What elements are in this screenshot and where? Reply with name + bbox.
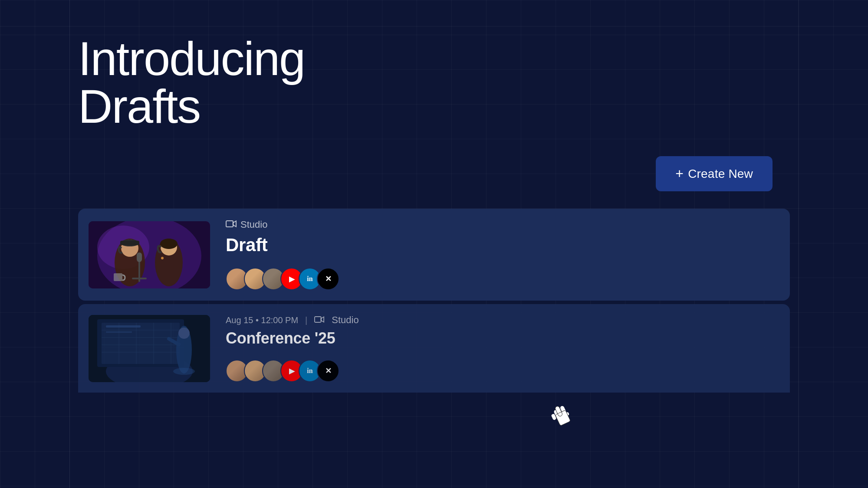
svg-point-29 (178, 328, 190, 339)
conference-card[interactable]: Aug 15 • 12:00 PM | Studio Conference '2… (78, 304, 790, 393)
svg-rect-6 (120, 241, 139, 245)
conference-type-label: Studio (332, 314, 358, 326)
x-twitter-icon[interactable] (317, 268, 339, 290)
svg-rect-12 (137, 252, 142, 262)
conf-x-twitter-icon[interactable] (317, 360, 339, 382)
create-new-button[interactable]: + Create New (656, 156, 773, 191)
conference-title: Conference '25 (226, 329, 774, 347)
plus-icon: + (675, 166, 684, 182)
card-type-row: Studio (226, 219, 774, 230)
draft-thumbnail (89, 221, 210, 288)
conference-video-icon (314, 315, 325, 325)
draft-title: Draft (226, 235, 774, 255)
title-line2: Drafts (78, 79, 200, 133)
conference-card-info: Aug 15 • 12:00 PM | Studio Conference '2… (210, 314, 774, 382)
svg-rect-15 (226, 221, 233, 227)
conference-thumbnail (89, 315, 210, 382)
draft-social-icons (226, 268, 774, 290)
svg-rect-31 (106, 325, 141, 328)
svg-rect-33 (315, 317, 321, 322)
svg-point-13 (161, 257, 164, 259)
cards-container: Studio Draft (78, 209, 868, 396)
draft-card[interactable]: Studio Draft (78, 209, 790, 301)
page-title: Introducing Drafts (78, 35, 868, 130)
svg-point-30 (173, 368, 195, 375)
conference-social-icons (226, 360, 774, 382)
draft-type-label: Studio (240, 219, 267, 230)
conference-date-row: Aug 15 • 12:00 PM | Studio (226, 314, 774, 326)
svg-point-9 (160, 239, 178, 249)
main-content: Introducing Drafts + Create New (0, 0, 868, 396)
video-camera-icon (226, 220, 237, 230)
svg-rect-14 (114, 273, 122, 281)
mouse-cursor (549, 401, 575, 433)
date-separator: | (305, 315, 307, 325)
toolbar: + Create New (78, 156, 868, 191)
draft-card-info: Studio Draft (210, 219, 774, 290)
svg-rect-11 (132, 278, 147, 279)
create-new-label: Create New (688, 167, 753, 181)
title-line1: Introducing (78, 32, 305, 85)
svg-rect-32 (106, 331, 132, 333)
conference-date: Aug 15 • 12:00 PM (226, 315, 298, 325)
svg-rect-19 (102, 323, 180, 364)
